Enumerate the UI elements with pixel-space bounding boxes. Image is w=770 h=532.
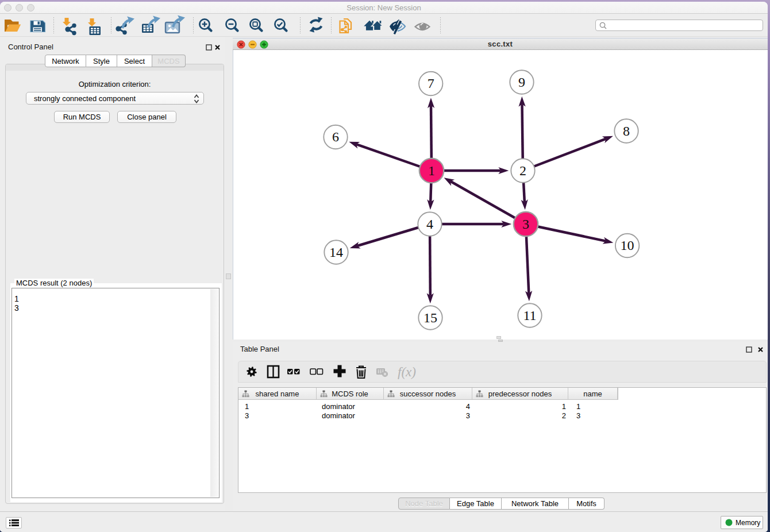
svg-text:2: 2 [519, 163, 526, 178]
svg-text:4: 4 [426, 217, 433, 232]
svg-text:10: 10 [621, 238, 634, 253]
svg-text:3: 3 [522, 217, 529, 232]
svg-text:8: 8 [623, 124, 630, 138]
svg-text:15: 15 [424, 310, 437, 325]
svg-text:9: 9 [518, 75, 525, 90]
svg-text:11: 11 [523, 308, 536, 323]
svg-text:6: 6 [332, 129, 339, 144]
svg-text:f(x): f(x) [398, 365, 416, 379]
svg-text:7: 7 [428, 76, 434, 91]
svg-text:14: 14 [329, 245, 343, 260]
svg-text:1: 1 [428, 163, 435, 178]
